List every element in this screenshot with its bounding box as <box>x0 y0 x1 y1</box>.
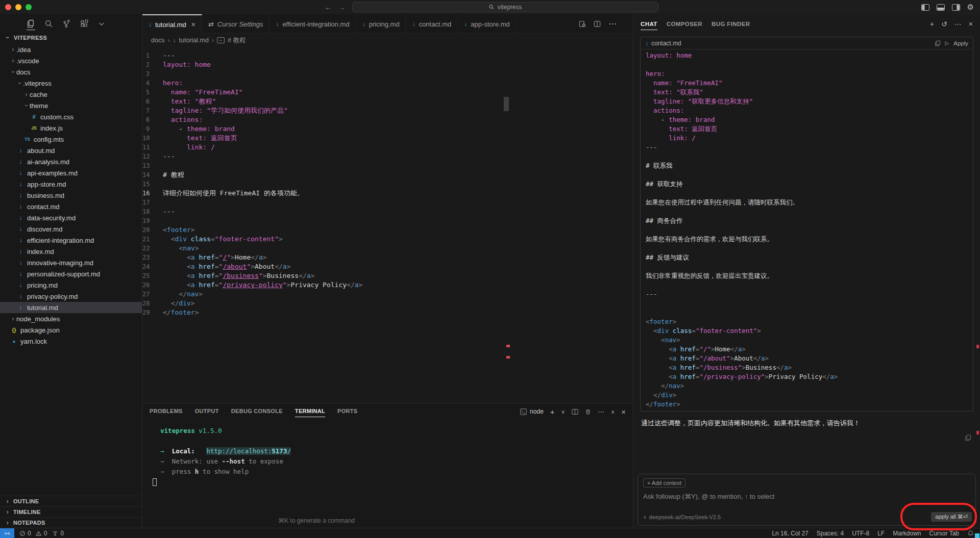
tree-folder-docs[interactable]: ›docs <box>0 66 142 78</box>
tree-file-business.md[interactable]: ↓business.md <box>0 190 142 201</box>
ports-status[interactable]: 0 <box>52 530 64 537</box>
explorer-section-header[interactable]: › VITEPRESS <box>0 32 142 44</box>
sidebar-section-outline[interactable]: › OUTLINE <box>0 496 142 506</box>
code-block-filename[interactable]: contact.md <box>651 40 681 47</box>
cursor-position-status[interactable]: Ln 16, Col 27 <box>772 530 808 537</box>
apply-play-icon[interactable]: ▷ <box>945 40 949 46</box>
toggle-panel-icon[interactable] <box>937 4 945 11</box>
model-selector[interactable]: ∨ deepseek-ai/DeepSeek-V2.5 <box>643 514 721 520</box>
add-context-button[interactable]: + Add context <box>643 478 685 488</box>
terminal-instance[interactable]: node <box>520 408 544 415</box>
cursor-tab-status[interactable]: Cursor Tab <box>929 530 959 537</box>
minimize-window-button[interactable] <box>15 4 21 10</box>
chevron-down-icon[interactable] <box>98 18 105 30</box>
terminal-output[interactable]: vitepress v1.5.0 → Local: http://localho… <box>142 420 633 486</box>
tree-folder-node_modules[interactable]: ›node_modules <box>0 313 142 324</box>
breadcrumb-file[interactable]: tutorial.md <box>179 37 209 44</box>
editor-tab-cursor-settings[interactable]: ⇄Cursor Settings <box>202 14 270 33</box>
tree-file-tutorial.md[interactable]: ↓tutorial.md <box>0 302 142 313</box>
close-tab-icon[interactable]: × <box>191 20 195 29</box>
tree-file-about.md[interactable]: ↓about.md <box>0 145 142 156</box>
forward-arrow-icon[interactable]: → <box>338 3 346 11</box>
problems-status[interactable]: 0 0 <box>19 530 47 537</box>
panel-tab-debug-console[interactable]: DEBUG CONSOLE <box>231 406 283 417</box>
bell-icon[interactable] <box>967 530 974 536</box>
maximize-panel-icon[interactable]: ∧ <box>611 409 615 415</box>
sidebar-section-notepads[interactable]: › NOTEPADS <box>0 517 142 528</box>
tree-file-pricing.md[interactable]: ↓pricing.md <box>0 279 142 291</box>
toggle-primary-sidebar-icon[interactable] <box>921 4 929 11</box>
tree-file-custom.css[interactable]: #custom.css <box>0 111 142 122</box>
eol-status[interactable]: LF <box>877 530 885 537</box>
command-center-search[interactable]: vitepress <box>352 2 658 12</box>
copy-code-icon[interactable] <box>935 40 941 46</box>
tree-file-discover.md[interactable]: ↓discover.md <box>0 223 142 235</box>
sidebar-section-timeline[interactable]: › TIMELINE <box>0 506 142 517</box>
tree-file-api-examples.md[interactable]: ↓api-examples.md <box>0 167 142 178</box>
breadcrumb-folder[interactable]: docs <box>151 37 164 44</box>
close-window-button[interactable] <box>5 4 11 10</box>
open-preview-icon[interactable] <box>579 20 586 28</box>
search-icon[interactable] <box>44 18 53 30</box>
editor-scrollbar-thumb[interactable] <box>504 97 509 111</box>
more-actions-icon[interactable]: ⋯ <box>598 408 604 416</box>
breadcrumb-symbol[interactable]: # 教程 <box>228 36 246 45</box>
editor-code-area[interactable]: 1---2layout: home34hero:5 name: "FreeTim… <box>142 47 633 403</box>
panel-tab-problems[interactable]: PROBLEMS <box>150 406 183 417</box>
tree-file-yarn.lock[interactable]: ●yarn.lock <box>0 336 142 347</box>
history-icon[interactable]: ↺ <box>941 20 947 28</box>
kill-terminal-icon[interactable] <box>585 408 591 415</box>
tree-folder-.idea[interactable]: ›.idea <box>0 44 142 55</box>
tree-file-data-security.md[interactable]: ↓data-security.md <box>0 212 142 223</box>
gear-icon[interactable]: ⚙ <box>967 3 974 12</box>
tree-file-efficient-integration.md[interactable]: ↓efficient-integration.md <box>0 235 142 246</box>
chat-message-list[interactable]: ↓ contact.md ▷ Apply layout: homehero: n… <box>633 34 980 528</box>
chat-tab-composer[interactable]: COMPOSER <box>667 18 702 30</box>
encoding-status[interactable]: UTF-8 <box>852 530 869 537</box>
editor-tab-tutorial.md[interactable]: ↓tutorial.md× <box>142 14 202 34</box>
tree-folder-.vscode[interactable]: ›.vscode <box>0 55 142 66</box>
chat-tab-bug-finder[interactable]: BUG FINDER <box>712 18 750 30</box>
chat-tab-chat[interactable]: CHAT <box>641 18 657 30</box>
panel-tab-output[interactable]: OUTPUT <box>195 406 219 417</box>
indentation-status[interactable]: Spaces: 4 <box>817 530 844 537</box>
split-editor-icon[interactable] <box>594 20 601 28</box>
panel-tab-terminal[interactable]: TERMINAL <box>295 406 325 417</box>
zoom-window-button[interactable] <box>26 4 32 10</box>
copy-message-icon[interactable] <box>965 434 971 441</box>
tree-file-privacy-policy.md[interactable]: ↓privacy-policy.md <box>0 291 142 302</box>
tree-file-ai-analysis.md[interactable]: ↓ai-analysis.md <box>0 156 142 167</box>
editor-tab-pricing.md[interactable]: ↓pricing.md <box>356 14 406 33</box>
split-terminal-icon[interactable] <box>572 408 578 415</box>
close-panel-icon[interactable]: × <box>621 407 626 416</box>
apply-button[interactable]: Apply <box>953 40 968 46</box>
language-mode-status[interactable]: Markdown <box>893 530 921 537</box>
remote-indicator[interactable]: >< <box>0 528 14 538</box>
tree-file-personalized-support.md[interactable]: ↓personalized-support.md <box>0 268 142 279</box>
toggle-secondary-sidebar-icon[interactable] <box>952 4 960 11</box>
extensions-icon[interactable] <box>80 18 89 30</box>
tree-folder-theme[interactable]: ›theme <box>0 100 142 111</box>
explorer-files-icon[interactable] <box>27 18 35 30</box>
close-chat-icon[interactable]: × <box>969 20 973 28</box>
new-chat-icon[interactable]: + <box>930 20 934 28</box>
breadcrumb[interactable]: docs › ↓ tutorial.md › ▪▪ # 教程 <box>142 34 633 47</box>
more-actions-icon[interactable]: ⋯ <box>608 19 617 29</box>
more-options-icon[interactable]: ⋯ <box>954 20 962 28</box>
editor-tab-contact.md[interactable]: ↓contact.md <box>406 14 458 33</box>
new-terminal-icon[interactable]: + <box>550 407 555 416</box>
tree-folder-cache[interactable]: ›cache <box>0 89 142 100</box>
tree-folder-.vitepress[interactable]: ›.vitepress <box>0 78 142 89</box>
tree-file-innovative-imaging.md[interactable]: ↓innovative-imaging.md <box>0 257 142 268</box>
tree-file-contact.md[interactable]: ↓contact.md <box>0 201 142 212</box>
tree-file-package.json[interactable]: {}package.json <box>0 324 142 336</box>
chat-input-placeholder[interactable]: Ask followup (⌘Y), @ to mention, ↑ to se… <box>643 493 970 500</box>
tree-file-config.mts[interactable]: TSconfig.mts <box>0 134 142 145</box>
tree-file-app-store.md[interactable]: ↓app-store.md <box>0 178 142 190</box>
source-control-icon[interactable] <box>62 18 71 30</box>
back-arrow-icon[interactable]: ← <box>325 3 332 11</box>
editor-tab-app-store.md[interactable]: ↓app-store.md <box>458 14 517 33</box>
tree-file-index.js[interactable]: JSindex.js <box>0 122 142 134</box>
terminal-dropdown-icon[interactable]: ∨ <box>561 409 565 415</box>
tree-file-index.md[interactable]: ↓index.md <box>0 246 142 257</box>
